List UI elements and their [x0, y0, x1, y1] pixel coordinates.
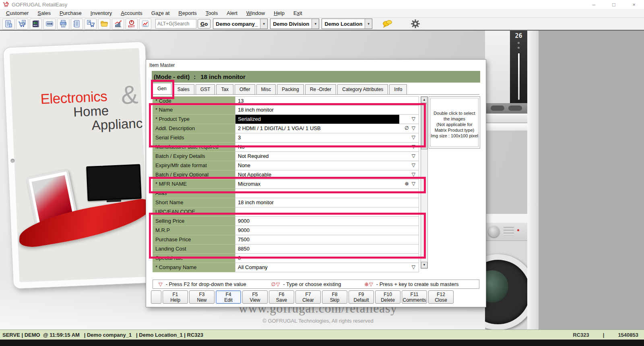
tab-category-attributes[interactable]: Category Attributes: [337, 84, 388, 94]
form-row-purchase-price: Purchase Price7500: [153, 235, 419, 244]
chat-icon[interactable]: [380, 19, 394, 29]
vertical-scrollbar[interactable]: ▲ ▼: [421, 96, 428, 269]
image-hint-line-1: Double click to select the images: [431, 110, 478, 122]
barcode-icon[interactable]: [43, 19, 56, 29]
fkey-f8[interactable]: F8Skip: [322, 290, 347, 304]
field-value-alias[interactable]: [235, 189, 419, 198]
dropdown-icon[interactable]: ▽: [399, 263, 419, 272]
fkey-f6[interactable]: F6Save: [269, 290, 294, 304]
fkey-f1[interactable]: F1Help: [163, 290, 188, 304]
fkey-blank[interactable]: [151, 290, 161, 304]
menu-item-alert[interactable]: Alert: [222, 9, 242, 17]
dropdown-icon[interactable]: ▽: [399, 133, 419, 142]
field-value-selling-price[interactable]: 9000: [235, 217, 419, 226]
fkey-f7[interactable]: F7Clear: [295, 290, 321, 304]
field-value-name[interactable]: 18 inch monitor: [235, 106, 419, 115]
search-input[interactable]: [155, 19, 196, 29]
tab-re-order[interactable]: Re -Order: [305, 84, 336, 94]
slash-dropdown-icon[interactable]: ∅ ▽: [399, 124, 419, 133]
field-value-short-name[interactable]: 18 inch monitor: [235, 198, 419, 207]
fkey-f11[interactable]: F11Comments: [402, 290, 427, 304]
menu-item-exit[interactable]: Exit: [289, 9, 307, 17]
sales-cart-icon[interactable]: [16, 19, 28, 29]
form-row-addl-description: Addl. Description2 HDMI / 1 DIGITAL/ 1 V…: [153, 124, 419, 133]
taskbar-strip: [0, 340, 644, 346]
field-value-manufacturer-date-required[interactable]: No▽: [235, 143, 419, 152]
item-image-panel[interactable]: Double click to select the images (Not a…: [429, 96, 480, 149]
dropdown-icon[interactable]: ▽: [399, 170, 419, 179]
item-form: * Code13* Name18 inch monitor* Product T…: [153, 96, 419, 272]
tab-tax[interactable]: Tax: [216, 84, 233, 94]
menu-item-tools[interactable]: Tools: [201, 9, 222, 17]
line-chart-icon[interactable]: [139, 19, 151, 29]
tab-packing[interactable]: Packing: [277, 84, 304, 94]
invoice-icon[interactable]: [2, 19, 14, 29]
field-value-landing-cost[interactable]: 8850: [235, 244, 419, 254]
field-value-purchase-price[interactable]: 7500: [235, 235, 419, 244]
chevron-down-icon[interactable]: ▼: [365, 19, 372, 29]
division-select[interactable]: Demo Division ▼: [270, 19, 319, 29]
tab-sales[interactable]: Sales: [173, 84, 194, 94]
location-select[interactable]: Demo Location ▼: [322, 19, 372, 29]
menu-item-sales[interactable]: Sales: [33, 9, 55, 17]
menu-item-customer[interactable]: Customer: [2, 9, 33, 17]
purchase-cart-icon[interactable]: [85, 19, 97, 29]
printer-icon[interactable]: [57, 19, 69, 29]
field-value-code[interactable]: 13: [235, 96, 419, 106]
scrollbar-thumb[interactable]: [421, 104, 427, 149]
field-value-special-rate[interactable]: 0: [235, 254, 419, 263]
fkey-f12[interactable]: F12Close: [428, 290, 454, 304]
chevron-down-icon[interactable]: ▼: [312, 19, 319, 29]
close-icon[interactable]: ×: [624, 0, 644, 9]
tab-misc[interactable]: Misc: [256, 84, 276, 94]
field-value-serial-fields[interactable]: 3▽: [235, 133, 419, 143]
menu-item-gaze-at[interactable]: Gaze at: [147, 9, 174, 17]
menu-item-accounts[interactable]: Accounts: [116, 9, 147, 17]
field-value-batch-expiry-details[interactable]: Not Required▽: [235, 152, 419, 161]
menu-item-inventory[interactable]: Inventory: [86, 9, 117, 17]
field-value-company-name[interactable]: All Company▽: [235, 263, 419, 272]
field-value-m-r-p[interactable]: 9000: [235, 226, 419, 235]
bar-chart-icon[interactable]: [112, 19, 124, 29]
ledger-icon[interactable]: [71, 19, 83, 29]
menu-item-window[interactable]: Window: [242, 9, 269, 17]
company-select[interactable]: Demo company_ ▼: [213, 19, 268, 29]
field-text: 18 inch monitor: [235, 198, 419, 207]
settings-gear-icon[interactable]: [409, 19, 422, 29]
field-value-mfr-name[interactable]: Micromax⊕ ▽: [235, 180, 419, 189]
fkey-f5[interactable]: F5View: [242, 290, 268, 304]
tab-info[interactable]: Info: [389, 84, 407, 94]
washing-machine-graphic: [485, 214, 527, 329]
field-value-addl-description[interactable]: 2 HDMI / 1 DIGITAL/ 1 VGA/ 1 USB∅ ▽: [235, 124, 419, 133]
scroll-down-icon[interactable]: ▼: [421, 262, 427, 268]
folder-icon[interactable]: [98, 19, 110, 29]
contacts-icon[interactable]: [30, 19, 42, 29]
go-button[interactable]: Go: [198, 19, 211, 29]
fkey-f10[interactable]: F10Delete: [375, 290, 400, 304]
restore-icon[interactable]: □: [604, 0, 624, 9]
dropdown-icon[interactable]: ▽: [399, 161, 419, 170]
minimize-icon[interactable]: –: [584, 0, 604, 9]
menu-item-help[interactable]: Help: [269, 9, 289, 17]
menu-item-purchase[interactable]: Purchase: [55, 9, 86, 17]
chevron-down-icon[interactable]: ▼: [260, 19, 267, 29]
dropdown-icon[interactable]: ▽: [399, 115, 419, 124]
field-value-upc-ean-code[interactable]: [235, 207, 419, 217]
tab-offer[interactable]: Offer: [235, 84, 255, 94]
menu-item-reports[interactable]: Reports: [174, 9, 201, 17]
exit-icon[interactable]: EXIT: [126, 19, 138, 29]
dropdown-icon[interactable]: ▽: [399, 143, 419, 151]
fkey-f9[interactable]: F9Default: [349, 290, 374, 304]
fkey-f3[interactable]: F3New: [189, 290, 215, 304]
plus-dropdown-icon[interactable]: ⊕ ▽: [399, 180, 419, 189]
field-value-product-type[interactable]: Serialized▽: [235, 115, 419, 124]
tab-gst[interactable]: GST: [196, 84, 215, 94]
field-value-batch-expiry-optional[interactable]: Not Applicable▽: [235, 170, 419, 180]
scroll-up-icon[interactable]: ▲: [421, 97, 427, 103]
tab-gen[interactable]: Gen: [153, 83, 171, 94]
fkey-f4[interactable]: F4Edit: [216, 290, 241, 304]
dropdown-icon[interactable]: ▽: [399, 152, 419, 161]
field-label-selling-price: Selling Price: [153, 217, 235, 226]
menu-bar: CustomerSalesPurchaseInventoryAccountsGa…: [0, 9, 644, 18]
field-value-expiry-mfr-date-format[interactable]: None▽: [235, 161, 419, 170]
